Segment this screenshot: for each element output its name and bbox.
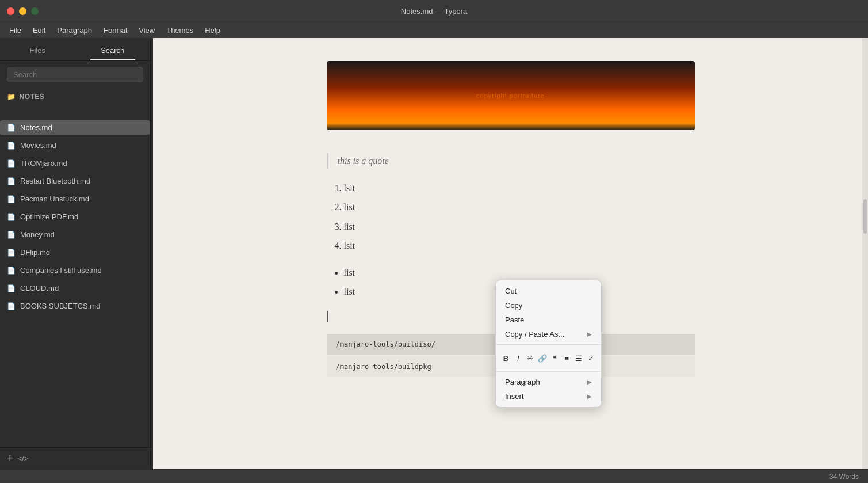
ordered-list: lsitlistlistlsit [327,180,695,253]
minimize-button[interactable] [19,7,26,15]
file-item[interactable]: 📄BOOKS SUBJETCS.md [0,299,150,313]
window-controls [7,7,39,15]
file-item[interactable]: 📄TROMjaro.md [0,156,150,170]
file-name: Money.md [20,230,55,239]
context-menu-bottom-item[interactable]: Insert▶ [496,389,601,404]
menu-item-view[interactable]: View [134,25,159,36]
menu-item-format[interactable]: Format [99,25,132,36]
file-item[interactable]: 📄DFlip.md [0,245,150,260]
maximize-button[interactable] [31,7,39,15]
text-cursor [327,311,328,322]
scrollbar-thumb[interactable] [863,199,867,234]
file-icon: 📄 [7,195,16,203]
main-layout: Files Search 📁 NOTES 📄Notes.md📄Movies.md… [0,38,868,469]
file-icon: 📄 [7,124,16,132]
menu-item-help[interactable]: Help [200,25,225,36]
menu-item-themes[interactable]: Themes [162,25,198,36]
title-bar: Notes.md — Typora [0,0,868,22]
hero-image-text: copyright portraiture [476,90,545,101]
file-icon: 📄 [7,267,16,275]
file-item[interactable]: 📄Pacman Unstuck.md [0,192,150,206]
ordered-list-item: lsit [344,180,695,196]
context-menu: CutCopyPasteCopy / Paste As...▶BI✳🔗❝≡☰✓P… [495,280,602,408]
context-menu-item[interactable]: Cut [496,284,601,298]
link-button[interactable]: 🔗 [537,350,548,366]
file-item[interactable]: 📄Movies.md [0,138,150,153]
bold-button[interactable]: B [500,350,511,366]
close-button[interactable] [7,7,14,15]
file-item[interactable]: 📄Restart Bluetooth.md [0,174,150,188]
file-name: Companies I still use.md [20,266,102,275]
file-name: TROMjaro.md [20,159,67,168]
folder-icon: 📁 [7,93,16,101]
submenu-chevron: ▶ [587,393,592,400]
file-icon: 📄 [7,231,16,239]
submenu-chevron: ▶ [587,331,592,337]
file-list: 📄Notes.md📄Movies.md📄TROMjaro.md📄Restart … [0,115,150,319]
menu-bar: FileEditParagraphFormatViewThemesHelp [0,22,868,38]
quote-text: this is a quote [338,156,389,166]
menu-item-paragraph[interactable]: Paragraph [52,25,97,36]
scrollbar-track[interactable] [862,38,868,469]
status-bar: 34 Words [0,469,868,483]
folder-name: NOTES [20,93,45,101]
context-menu-divider [496,344,601,345]
window-title: Notes.md — Typora [401,7,467,16]
ordered-list-button[interactable]: ☰ [573,350,584,366]
hero-image: copyright portraiture [327,61,695,130]
search-input[interactable] [7,67,143,82]
context-menu-item[interactable]: Paste [496,313,601,327]
menu-item-edit[interactable]: Edit [28,25,50,36]
toggle-source-button[interactable]: </> [18,454,29,463]
sidebar-folder-section: 📁 NOTES [0,88,150,103]
bullet-list-item: list [344,265,695,280]
ctx-item-label: Copy / Paste As... [505,330,564,339]
file-icon: 📄 [7,213,16,221]
context-menu-bottom-item[interactable]: Paragraph▶ [496,375,601,389]
quote-button[interactable]: ❝ [549,350,560,366]
file-name: Pacman Unstuck.md [20,195,89,203]
menu-item-file[interactable]: File [5,25,26,36]
task-button[interactable]: ✓ [586,350,596,366]
file-icon: 📄 [7,159,16,168]
add-file-button[interactable]: + [7,452,13,465]
context-menu-divider-2 [496,371,601,372]
file-item[interactable]: 📄Notes.md [0,120,150,135]
file-item[interactable]: 📄Companies I still use.md [0,263,150,277]
context-menu-toolbar: BI✳🔗❝≡☰✓ [496,348,601,368]
file-icon: 📄 [7,249,16,257]
ordered-list-item: lsit [344,238,695,253]
file-item[interactable]: 📄CLOUD.md [0,281,150,295]
blockquote: this is a quote [327,153,695,169]
file-item[interactable]: 📄Money.md [0,227,150,242]
ctx-item-label: Paste [505,315,524,324]
ctx-bottom-label: Paragraph [505,378,540,386]
file-name: Movies.md [20,141,56,150]
context-menu-item[interactable]: Copy [496,298,601,313]
list-button[interactable]: ≡ [561,350,572,366]
sidebar-search-container [0,61,150,88]
content-area[interactable]: copyright portraiture this is a quote ls… [153,38,868,469]
ctx-bottom-label: Insert [505,392,524,401]
tab-files[interactable]: Files [0,43,75,60]
word-count: 34 Words [829,473,859,481]
file-name: CLOUD.md [20,284,59,292]
sidebar-tabs: Files Search [0,38,150,61]
submenu-chevron: ▶ [587,379,592,385]
file-icon: 📄 [7,302,16,310]
italic-button[interactable]: I [513,350,523,366]
ctx-item-label: Copy [505,301,522,310]
ordered-list-item: list [344,199,695,215]
sidebar-folder: 📁 NOTES [7,93,143,101]
file-icon: 📄 [7,177,16,185]
file-name: DFlip.md [20,248,50,257]
file-item[interactable]: 📄Optimize PDF.md [0,210,150,224]
file-name: Notes.md [20,123,52,132]
file-name: BOOKS SUBJETCS.md [20,302,100,310]
ctx-item-label: Cut [505,287,517,295]
context-menu-item[interactable]: Copy / Paste As...▶ [496,327,601,341]
tab-search[interactable]: Search [75,43,151,60]
file-name: Restart Bluetooth.md [20,177,90,185]
highlight-button[interactable]: ✳ [525,350,536,366]
file-name: Optimize PDF.md [20,212,78,221]
